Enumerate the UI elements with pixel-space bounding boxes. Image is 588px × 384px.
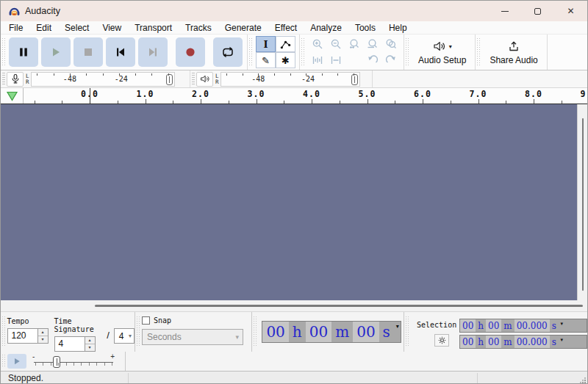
menu-item-tools[interactable]: Tools [348, 21, 382, 35]
redo-button[interactable] [381, 52, 400, 68]
menu-item-help[interactable]: Help [382, 21, 414, 35]
play-button[interactable] [41, 37, 71, 67]
play-at-speed-grip[interactable] [2, 355, 5, 368]
ruler-minor-tick [562, 101, 562, 104]
vertical-scrollbar[interactable] [577, 104, 587, 300]
edit-toolbar-grip[interactable] [301, 38, 304, 66]
selection-tool-button[interactable]: I [256, 36, 276, 52]
sel-end-seconds[interactable]: 00.000 [514, 336, 550, 348]
time-signature-spinner[interactable]: ▴ ▾ [85, 336, 96, 352]
audio-setup-grip[interactable] [406, 38, 409, 66]
audio-position-display[interactable]: 00 h 00 m 00 s ▾ [262, 321, 401, 343]
recording-volume-slider[interactable] [166, 74, 173, 85]
sel-start-hours[interactable]: 00 [460, 319, 476, 332]
skip-to-end-button[interactable] [138, 37, 168, 67]
playback-speed-slider[interactable]: - + [32, 353, 115, 369]
play-at-speed-button[interactable] [7, 354, 26, 369]
position-format-caret-icon[interactable]: ▾ [394, 322, 401, 342]
tempo-spinner[interactable]: ▴ ▾ [38, 328, 49, 344]
speed-slider-thumb[interactable] [53, 356, 60, 368]
track-canvas[interactable] [1, 104, 577, 300]
pause-button[interactable] [9, 37, 38, 67]
sel-end-caret-icon[interactable]: ▾ [559, 336, 565, 348]
tempo-spinbox[interactable]: 120 ▴ ▾ [7, 328, 49, 344]
menu-item-analyze[interactable]: Analyze [304, 21, 348, 35]
envelope-tool-button[interactable] [276, 36, 295, 52]
record-button[interactable] [176, 37, 205, 67]
vertical-scrollbar-thumb[interactable] [582, 118, 584, 291]
skip-to-start-button[interactable] [106, 37, 135, 67]
time-signature-grip[interactable] [2, 316, 5, 347]
menu-item-effect[interactable]: Effect [268, 21, 304, 35]
share-audio-button[interactable]: Share Audio [482, 35, 545, 69]
playback-meter-scale[interactable]: -48 -24 [220, 72, 360, 87]
menu-item-edit[interactable]: Edit [29, 21, 58, 35]
position-hours[interactable]: 00 [262, 322, 288, 342]
timeline-ruler[interactable]: 0.01.02.03.04.05.06.07.08.09.0 [24, 88, 587, 104]
draw-tool-button[interactable]: ✎ [256, 52, 276, 68]
tempo-value[interactable]: 120 [7, 328, 38, 344]
fit-project-button[interactable] [363, 36, 381, 52]
snapping-grip[interactable] [137, 316, 140, 347]
recording-meter-grip[interactable] [2, 73, 5, 86]
ts-spin-up-icon[interactable]: ▴ [85, 337, 95, 344]
selection-settings-button[interactable] [434, 334, 449, 347]
sel-start-minutes[interactable]: 00 [486, 319, 501, 332]
time-toolbar-grip[interactable] [254, 316, 257, 347]
silence-audio-icon [330, 54, 342, 66]
stop-button[interactable] [74, 37, 103, 67]
selection-grip[interactable] [406, 316, 409, 347]
audio-setup-button[interactable]: ▾ Audio Setup [411, 35, 473, 69]
time-signature-upper-spinbox[interactable]: 4 ▴ ▾ [54, 336, 96, 352]
zoom-out-button[interactable] [326, 36, 345, 52]
ts-spin-down-icon[interactable]: ▾ [85, 344, 95, 351]
snap-mode-dropdown[interactable]: Seconds ▾ [142, 329, 243, 345]
multi-tool-button[interactable]: ✱ [276, 52, 295, 68]
recording-meter-scale[interactable]: -48 -24 [31, 72, 175, 87]
menu-item-select[interactable]: Select [58, 21, 96, 35]
silence-audio-button[interactable] [326, 52, 345, 68]
playback-meter-button[interactable] [196, 72, 213, 87]
sel-end-hours[interactable]: 00 [460, 336, 476, 348]
tools-toolbar-grip[interactable] [249, 38, 252, 66]
sel-end-minutes[interactable]: 00 [486, 336, 501, 348]
trim-audio-button[interactable] [308, 52, 326, 68]
menu-item-generate[interactable]: Generate [218, 21, 268, 35]
transport-toolbar-grip[interactable] [2, 38, 5, 66]
tempo-spin-down-icon[interactable]: ▾ [38, 336, 48, 343]
horizontal-scrollbar-thumb[interactable] [95, 305, 583, 307]
undo-button[interactable] [363, 52, 381, 68]
loop-button[interactable] [213, 37, 243, 67]
sel-start-seconds[interactable]: 00.000 [514, 319, 550, 332]
snap-checkbox[interactable] [142, 316, 150, 325]
selection-end-display[interactable]: 00 h 00 m 00.000 s ▾ [459, 335, 587, 349]
minimize-button[interactable] [488, 1, 521, 21]
menu-item-file[interactable]: File [2, 21, 29, 35]
close-button[interactable]: ✕ [554, 1, 587, 21]
position-seconds[interactable]: 00 [353, 322, 379, 342]
maximize-icon [534, 8, 541, 15]
playback-meter-grip[interactable] [192, 73, 195, 86]
fit-selection-button[interactable] [345, 36, 363, 52]
time-signature-lower-dropdown[interactable]: 4 ▾ [114, 328, 135, 344]
sel-start-caret-icon[interactable]: ▾ [559, 319, 565, 332]
menu-item-view[interactable]: View [96, 21, 128, 35]
playhead-cursor[interactable] [90, 88, 90, 104]
selection-start-display[interactable]: 00 h 00 m 00.000 s ▾ [459, 319, 587, 333]
horizontal-scrollbar[interactable] [1, 300, 587, 312]
menu-item-tracks[interactable]: Tracks [179, 21, 218, 35]
recording-meter-button[interactable] [7, 72, 24, 87]
menu-item-transport[interactable]: Transport [128, 21, 179, 35]
pinned-playhead-toggle[interactable] [1, 88, 24, 104]
maximize-button[interactable] [521, 1, 554, 21]
ruler-major-tick [257, 99, 257, 104]
share-audio-grip[interactable] [477, 38, 480, 66]
tempo-spin-up-icon[interactable]: ▴ [38, 329, 48, 336]
position-minutes[interactable]: 00 [306, 322, 331, 342]
meter-tick [258, 73, 259, 76]
window-resize-grip[interactable] [580, 377, 586, 383]
time-signature-upper-value[interactable]: 4 [54, 336, 85, 352]
zoom-in-button[interactable] [308, 36, 326, 52]
playback-volume-slider[interactable] [351, 74, 358, 85]
zoom-toggle-button[interactable] [381, 36, 400, 52]
